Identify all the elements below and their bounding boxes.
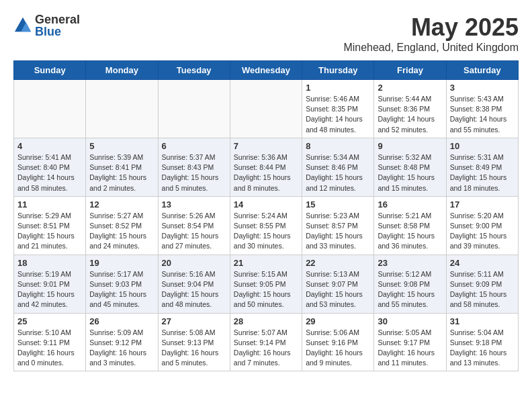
calendar-week-4: 18Sunrise: 5:19 AM Sunset: 9:01 PM Dayli… (14, 255, 519, 313)
day-info: Sunrise: 5:13 AM Sunset: 9:07 PM Dayligh… (306, 269, 370, 310)
weekday-header-wednesday: Wednesday (230, 61, 302, 80)
day-info: Sunrise: 5:43 AM Sunset: 8:38 PM Dayligh… (450, 94, 515, 135)
calendar-cell: 1Sunrise: 5:46 AM Sunset: 8:35 PM Daylig… (302, 80, 374, 138)
calendar-cell: 30Sunrise: 5:05 AM Sunset: 9:17 PM Dayli… (374, 313, 446, 371)
day-info: Sunrise: 5:36 AM Sunset: 8:44 PM Dayligh… (234, 152, 298, 193)
day-number: 21 (234, 258, 298, 268)
day-info: Sunrise: 5:07 AM Sunset: 9:14 PM Dayligh… (234, 328, 298, 369)
calendar-cell: 26Sunrise: 5:09 AM Sunset: 9:12 PM Dayli… (86, 313, 158, 371)
calendar-cell: 25Sunrise: 5:10 AM Sunset: 9:11 PM Dayli… (14, 313, 86, 371)
calendar-cell: 14Sunrise: 5:24 AM Sunset: 8:55 PM Dayli… (230, 196, 302, 255)
calendar-cell: 17Sunrise: 5:20 AM Sunset: 9:00 PM Dayli… (446, 196, 518, 255)
calendar-cell: 21Sunrise: 5:15 AM Sunset: 9:05 PM Dayli… (230, 255, 302, 313)
day-number: 1 (306, 83, 370, 93)
calendar-cell: 7Sunrise: 5:36 AM Sunset: 8:44 PM Daylig… (230, 138, 302, 196)
day-info: Sunrise: 5:04 AM Sunset: 9:18 PM Dayligh… (450, 328, 515, 369)
calendar-cell: 10Sunrise: 5:31 AM Sunset: 8:49 PM Dayli… (446, 138, 518, 196)
calendar-cell: 16Sunrise: 5:21 AM Sunset: 8:58 PM Dayli… (374, 196, 446, 255)
day-number: 27 (162, 316, 226, 326)
day-info: Sunrise: 5:31 AM Sunset: 8:49 PM Dayligh… (450, 152, 515, 193)
logo-blue-text: Blue (35, 26, 80, 38)
day-number: 15 (306, 199, 370, 210)
day-number: 2 (378, 83, 442, 93)
calendar-table: SundayMondayTuesdayWednesdayThursdayFrid… (13, 60, 519, 371)
calendar-cell: 3Sunrise: 5:43 AM Sunset: 8:38 PM Daylig… (446, 80, 518, 138)
day-number: 24 (450, 258, 515, 268)
day-number: 14 (234, 199, 298, 210)
calendar-cell: 4Sunrise: 5:41 AM Sunset: 8:40 PM Daylig… (14, 138, 86, 196)
day-info: Sunrise: 5:41 AM Sunset: 8:40 PM Dayligh… (17, 152, 82, 193)
day-info: Sunrise: 5:21 AM Sunset: 8:58 PM Dayligh… (378, 211, 442, 252)
day-info: Sunrise: 5:11 AM Sunset: 9:09 PM Dayligh… (450, 269, 515, 310)
day-number: 17 (450, 199, 515, 210)
calendar-cell: 2Sunrise: 5:44 AM Sunset: 8:36 PM Daylig… (374, 80, 446, 138)
day-info: Sunrise: 5:34 AM Sunset: 8:46 PM Dayligh… (306, 152, 370, 193)
day-info: Sunrise: 5:32 AM Sunset: 8:48 PM Dayligh… (378, 152, 442, 193)
day-info: Sunrise: 5:46 AM Sunset: 8:35 PM Dayligh… (306, 94, 370, 135)
calendar-cell: 27Sunrise: 5:08 AM Sunset: 9:13 PM Dayli… (158, 313, 230, 371)
main-title: May 2025 (343, 13, 519, 42)
logo-general-text: General (35, 13, 80, 26)
day-number: 9 (378, 141, 442, 151)
day-info: Sunrise: 5:10 AM Sunset: 9:11 PM Dayligh… (17, 328, 82, 369)
day-number: 30 (378, 316, 442, 326)
day-number: 19 (89, 258, 154, 268)
logo-text: General Blue (35, 13, 80, 38)
weekday-header-saturday: Saturday (446, 61, 518, 80)
calendar-cell: 28Sunrise: 5:07 AM Sunset: 9:14 PM Dayli… (230, 313, 302, 371)
day-info: Sunrise: 5:27 AM Sunset: 8:52 PM Dayligh… (89, 211, 154, 252)
logo: General Blue (13, 13, 80, 38)
calendar-header: SundayMondayTuesdayWednesdayThursdayFrid… (14, 61, 519, 80)
day-info: Sunrise: 5:26 AM Sunset: 8:54 PM Dayligh… (162, 211, 226, 252)
day-number: 26 (89, 316, 154, 326)
page-header: General Blue May 2025 Minehead, England,… (13, 13, 519, 54)
weekday-header-friday: Friday (374, 61, 446, 80)
day-number: 29 (306, 316, 370, 326)
calendar-cell: 8Sunrise: 5:34 AM Sunset: 8:46 PM Daylig… (302, 138, 374, 196)
weekday-header-monday: Monday (86, 61, 158, 80)
calendar-cell (230, 80, 302, 138)
day-info: Sunrise: 5:20 AM Sunset: 9:00 PM Dayligh… (450, 211, 515, 252)
day-number: 23 (378, 258, 442, 268)
day-number: 25 (17, 316, 82, 326)
calendar-cell: 24Sunrise: 5:11 AM Sunset: 9:09 PM Dayli… (446, 255, 518, 313)
day-number: 12 (89, 199, 154, 210)
day-number: 3 (450, 83, 515, 93)
day-number: 10 (450, 141, 515, 151)
day-info: Sunrise: 5:44 AM Sunset: 8:36 PM Dayligh… (378, 94, 442, 135)
calendar-cell: 12Sunrise: 5:27 AM Sunset: 8:52 PM Dayli… (86, 196, 158, 255)
calendar-cell: 13Sunrise: 5:26 AM Sunset: 8:54 PM Dayli… (158, 196, 230, 255)
calendar-week-1: 1Sunrise: 5:46 AM Sunset: 8:35 PM Daylig… (14, 80, 519, 138)
day-info: Sunrise: 5:17 AM Sunset: 9:03 PM Dayligh… (89, 269, 154, 310)
calendar-cell (86, 80, 158, 138)
day-info: Sunrise: 5:15 AM Sunset: 9:05 PM Dayligh… (234, 269, 298, 310)
day-info: Sunrise: 5:29 AM Sunset: 8:51 PM Dayligh… (17, 211, 82, 252)
day-number: 13 (162, 199, 226, 210)
day-number: 7 (234, 141, 298, 151)
day-info: Sunrise: 5:06 AM Sunset: 9:16 PM Dayligh… (306, 328, 370, 369)
day-number: 20 (162, 258, 226, 268)
day-info: Sunrise: 5:37 AM Sunset: 8:43 PM Dayligh… (162, 152, 226, 193)
day-number: 5 (89, 141, 154, 151)
weekday-row: SundayMondayTuesdayWednesdayThursdayFrid… (14, 61, 519, 80)
weekday-header-tuesday: Tuesday (158, 61, 230, 80)
day-info: Sunrise: 5:23 AM Sunset: 8:57 PM Dayligh… (306, 211, 370, 252)
calendar-cell: 11Sunrise: 5:29 AM Sunset: 8:51 PM Dayli… (14, 196, 86, 255)
day-info: Sunrise: 5:24 AM Sunset: 8:55 PM Dayligh… (234, 211, 298, 252)
calendar-body: 1Sunrise: 5:46 AM Sunset: 8:35 PM Daylig… (14, 80, 519, 371)
weekday-header-sunday: Sunday (14, 61, 86, 80)
calendar-cell: 6Sunrise: 5:37 AM Sunset: 8:43 PM Daylig… (158, 138, 230, 196)
day-number: 18 (17, 258, 82, 268)
day-info: Sunrise: 5:39 AM Sunset: 8:41 PM Dayligh… (89, 152, 154, 193)
calendar-cell: 19Sunrise: 5:17 AM Sunset: 9:03 PM Dayli… (86, 255, 158, 313)
day-info: Sunrise: 5:08 AM Sunset: 9:13 PM Dayligh… (162, 328, 226, 369)
day-info: Sunrise: 5:12 AM Sunset: 9:08 PM Dayligh… (378, 269, 442, 310)
logo-icon (13, 16, 32, 35)
calendar-cell: 18Sunrise: 5:19 AM Sunset: 9:01 PM Dayli… (14, 255, 86, 313)
calendar-week-3: 11Sunrise: 5:29 AM Sunset: 8:51 PM Dayli… (14, 196, 519, 255)
day-number: 6 (162, 141, 226, 151)
subtitle: Minehead, England, United Kingdom (343, 42, 519, 54)
day-info: Sunrise: 5:05 AM Sunset: 9:17 PM Dayligh… (378, 328, 442, 369)
day-info: Sunrise: 5:16 AM Sunset: 9:04 PM Dayligh… (162, 269, 226, 310)
calendar-cell: 15Sunrise: 5:23 AM Sunset: 8:57 PM Dayli… (302, 196, 374, 255)
